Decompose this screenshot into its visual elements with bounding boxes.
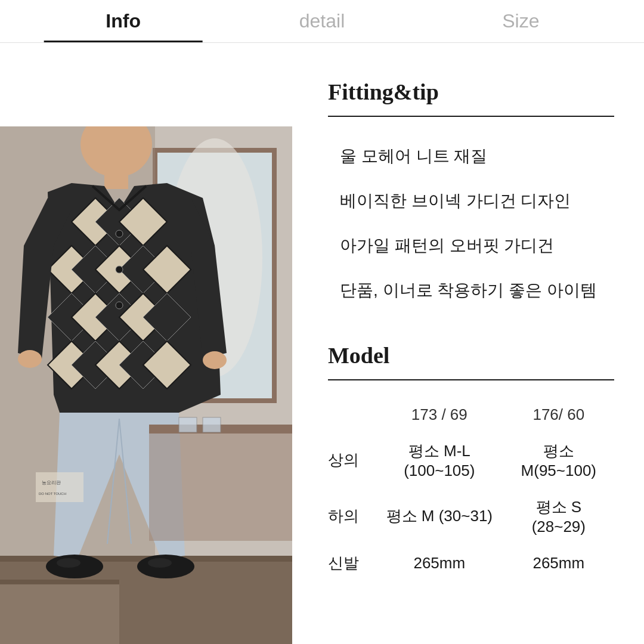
model-section: Model 173 / 69 176/ 60 상의 평소 M-L (100~10… xyxy=(328,336,614,582)
svg-rect-42 xyxy=(179,417,197,432)
svg-text:농요리판: 농요리판 xyxy=(42,480,61,485)
col-header-1: 173 / 69 xyxy=(376,397,503,432)
model-title: Model xyxy=(328,342,614,369)
tab-detail[interactable]: detail xyxy=(222,1,421,42)
tab-info[interactable]: Info xyxy=(24,1,222,42)
model-table-header: 173 / 69 176/ 60 xyxy=(328,397,614,432)
svg-point-32 xyxy=(18,350,42,368)
main-content: 농요리판 DO NOT TOUCH Fitting&tip 울 모헤어 니트 재… xyxy=(0,43,644,644)
row-top-col1: 평소 M-L (100~105) xyxy=(376,432,503,488)
table-row: 상의 평소 M-L (100~105) 평소 M(95~100) xyxy=(328,432,614,488)
fitting-item-2: 베이직한 브이넥 가디건 디자인 xyxy=(328,178,614,223)
svg-point-39 xyxy=(148,558,172,568)
fitting-section: Fitting&tip 울 모헤어 니트 재질 베이직한 브이넥 가디건 디자인… xyxy=(328,73,614,312)
fitting-item-1: 울 모헤어 니트 재질 xyxy=(328,134,614,178)
fitting-item-4: 단품, 이너로 착용하기 좋은 아이템 xyxy=(328,268,614,312)
product-photo-svg: 농요리판 DO NOT TOUCH xyxy=(0,126,292,644)
svg-point-31 xyxy=(116,302,123,309)
row-label-shoe: 신발 xyxy=(328,544,376,582)
svg-point-30 xyxy=(116,266,123,273)
table-row: 하의 평소 M (30~31) 평소 S (28~29) xyxy=(328,488,614,544)
model-table: 173 / 69 176/ 60 상의 평소 M-L (100~105) 평소 … xyxy=(328,397,614,582)
row-bottom-col1: 평소 M (30~31) xyxy=(376,488,503,544)
svg-rect-7 xyxy=(0,580,119,644)
row-label-top: 상의 xyxy=(328,432,376,488)
fitting-items: 울 모헤어 니트 재질 베이직한 브이넥 가디건 디자인 아가일 패턴의 오버핏… xyxy=(328,134,614,313)
model-divider xyxy=(328,379,614,380)
row-top-col2: 평소 M(95~100) xyxy=(503,432,614,488)
tab-size[interactable]: Size xyxy=(422,1,620,42)
svg-rect-41 xyxy=(149,434,292,541)
tab-navigation: Info detail Size xyxy=(0,0,644,43)
fitting-title: Fitting&tip xyxy=(328,79,614,105)
table-row: 신발 265mm 265mm xyxy=(328,544,614,582)
col-header-label xyxy=(328,397,376,432)
fitting-divider xyxy=(328,116,614,117)
svg-rect-44 xyxy=(36,472,83,502)
info-panel: Fitting&tip 울 모헤어 니트 재질 베이직한 브이넥 가디건 디자인… xyxy=(292,55,644,644)
col-header-2: 176/ 60 xyxy=(503,397,614,432)
row-label-bottom: 하의 xyxy=(328,488,376,544)
svg-point-29 xyxy=(116,230,123,237)
product-image: 농요리판 DO NOT TOUCH xyxy=(0,126,292,644)
svg-rect-43 xyxy=(203,417,221,432)
svg-rect-10 xyxy=(104,171,128,189)
fitting-item-3: 아가일 패턴의 오버핏 가디건 xyxy=(328,223,614,268)
row-bottom-col2: 평소 S (28~29) xyxy=(503,488,614,544)
svg-rect-8 xyxy=(0,580,119,584)
svg-point-33 xyxy=(203,351,227,369)
row-shoe-col2: 265mm xyxy=(503,544,614,582)
row-shoe-col1: 265mm xyxy=(376,544,503,582)
svg-text:DO NOT TOUCH: DO NOT TOUCH xyxy=(39,492,66,496)
svg-point-38 xyxy=(57,558,80,568)
